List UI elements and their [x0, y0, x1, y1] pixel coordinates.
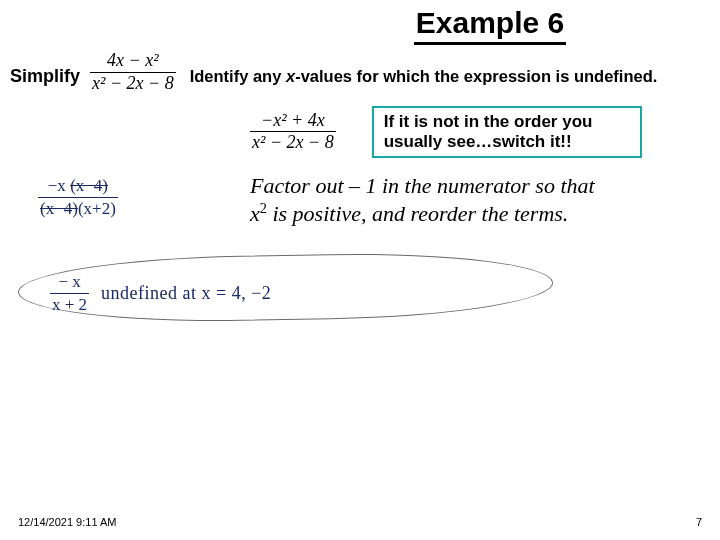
expr1-numerator: 4x − x²: [105, 51, 161, 71]
handwritten-factoring: −x (x−4) (x−4)(x+2): [38, 176, 118, 219]
handwritten-answer: − x x + 2 undefined at x = 4, −2: [50, 272, 271, 315]
expr2-numerator: −x² + 4x: [259, 111, 327, 131]
example-title: Example 6: [414, 6, 566, 45]
expr1-denominator: x² − 2x − 8: [90, 74, 176, 94]
expr2-denominator: x² − 2x − 8: [250, 133, 336, 153]
expression-1: 4x − x² x² − 2x − 8: [90, 51, 176, 94]
footer-page: 7: [696, 516, 702, 528]
undefined-note: undefined at x = 4, −2: [101, 283, 271, 304]
tip-line-1: If it is not in the order you: [384, 112, 630, 132]
footer-date: 12/14/2021 9:11 AM: [18, 516, 116, 528]
prompt-line: Simplify 4x − x² x² − 2x − 8 Identify an…: [0, 51, 720, 94]
tip-line-2: usually see…switch it!!: [384, 132, 630, 152]
tip-callout: If it is not in the order you usually se…: [372, 106, 642, 159]
simplify-label: Simplify: [10, 66, 80, 87]
identify-text: Identify any x-values for which the expr…: [190, 67, 658, 86]
slide-footer: 12/14/2021 9:11 AM 7: [0, 516, 720, 528]
expression-2: −x² + 4x x² − 2x − 8: [250, 111, 336, 154]
simplified-fraction: − x x + 2: [50, 272, 89, 315]
